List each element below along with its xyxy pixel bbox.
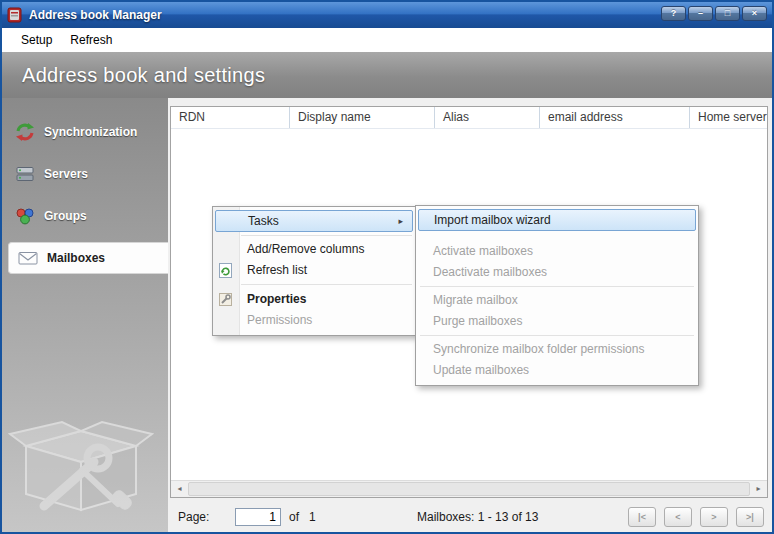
sidebar-item-label: Synchronization (44, 125, 137, 139)
tasks-submenu: Import mailbox wizard Activate mailboxes… (415, 205, 699, 386)
sidebar-item-groups[interactable]: Groups (2, 200, 168, 232)
submenu-item-purge-mailboxes[interactable]: Purge mailboxes (416, 311, 698, 332)
menu-separator (241, 284, 412, 285)
sidebar-item-label: Mailboxes (47, 251, 105, 265)
first-page-button[interactable]: |< (628, 507, 656, 527)
refresh-list-icon (219, 263, 233, 278)
app-window: Address book Manager ? – □ × Setup Refre… (0, 0, 774, 534)
menu-item-label: Purge mailboxes (433, 314, 522, 328)
context-menu-item-properties[interactable]: Properties (213, 288, 415, 310)
menu-setup[interactable]: Setup (12, 30, 61, 50)
total-pages: 1 (309, 504, 316, 530)
menu-item-label: Update mailboxes (433, 363, 529, 377)
submenu-item-activate-mailboxes[interactable]: Activate mailboxes (416, 241, 698, 262)
submenu-item-synchronize-mailbox-folder-permissions[interactable]: Synchronize mailbox folder permissions (416, 339, 698, 360)
submenu-item-migrate-mailbox[interactable]: Migrate mailbox (416, 290, 698, 311)
scroll-left-arrow[interactable]: ◂ (171, 481, 188, 497)
menu-item-label: Properties (247, 292, 306, 306)
next-page-button[interactable]: > (700, 507, 728, 527)
horizontal-scrollbar-thumb[interactable] (188, 482, 750, 496)
menu-item-label: Activate mailboxes (433, 244, 533, 258)
window-controls: ? – □ × (661, 6, 767, 21)
menu-separator (420, 335, 694, 336)
sidebar-item-label: Groups (44, 209, 87, 223)
page-number-input[interactable] (235, 508, 281, 526)
mailbox-count-status: Mailboxes: 1 - 13 of 13 (417, 504, 538, 530)
pager-nav: |< < > >| (628, 507, 764, 527)
column-header-alias[interactable]: Alias (435, 107, 540, 128)
menubar: Setup Refresh (2, 28, 772, 52)
toolbox-watermark (6, 386, 156, 530)
last-page-button[interactable]: >| (736, 507, 764, 527)
menu-item-label: Import mailbox wizard (434, 213, 551, 227)
column-header-email-address[interactable]: email address (540, 107, 690, 128)
context-menu-item-tasks[interactable]: Tasks ▸ (215, 210, 413, 232)
groups-icon (15, 206, 35, 226)
menu-item-label: Permissions (247, 313, 312, 327)
menu-spacer (416, 232, 698, 241)
app-icon (7, 7, 23, 23)
menu-item-label: Add/Remove columns (247, 242, 364, 256)
menu-refresh[interactable]: Refresh (61, 30, 121, 50)
page-title: Address book and settings (22, 64, 265, 87)
context-menu: Tasks ▸ Add/Remove columns Refresh list (212, 206, 416, 336)
scroll-right-arrow[interactable]: ▸ (750, 481, 767, 497)
menu-item-label: Tasks (248, 214, 279, 228)
minimize-button[interactable]: – (688, 6, 713, 21)
sidebar: Synchronization Servers (2, 98, 168, 532)
of-label: of (289, 504, 299, 530)
sidebar-item-synchronization[interactable]: Synchronization (2, 116, 168, 148)
synchronization-icon (15, 122, 35, 142)
menu-separator (241, 235, 412, 236)
menu-item-label: Refresh list (247, 263, 307, 277)
submenu-arrow-icon: ▸ (398, 211, 403, 231)
list-header: RDN Display name Alias email address Hom… (171, 107, 767, 129)
header-banner: Address book and settings (2, 52, 772, 98)
maximize-button[interactable]: □ (715, 6, 740, 21)
context-menu-item-add-remove-columns[interactable]: Add/Remove columns (213, 239, 415, 260)
titlebar: Address book Manager ? – □ × (2, 2, 772, 28)
sidebar-item-label: Servers (44, 167, 88, 181)
close-button[interactable]: × (742, 6, 767, 21)
page-label: Page: (178, 504, 209, 530)
submenu-item-deactivate-mailboxes[interactable]: Deactivate mailboxes (416, 262, 698, 283)
context-menu-item-refresh-list[interactable]: Refresh list (213, 260, 415, 281)
column-header-home-server[interactable]: Home server (690, 107, 767, 128)
context-menu-item-permissions[interactable]: Permissions (213, 310, 415, 331)
pager-footer: Page: of 1 Mailboxes: 1 - 13 of 13 |< < … (168, 504, 772, 530)
mailboxes-icon (18, 248, 38, 268)
servers-icon (15, 164, 35, 184)
column-header-display-name[interactable]: Display name (290, 107, 435, 128)
submenu-item-update-mailboxes[interactable]: Update mailboxes (416, 360, 698, 381)
sidebar-item-servers[interactable]: Servers (2, 158, 168, 190)
menu-item-label: Synchronize mailbox folder permissions (433, 342, 644, 356)
horizontal-scrollbar[interactable]: ◂ ▸ (171, 480, 767, 497)
menu-item-label: Deactivate mailboxes (433, 265, 547, 279)
submenu-item-import-mailbox-wizard[interactable]: Import mailbox wizard (418, 209, 696, 231)
menu-separator (420, 286, 694, 287)
properties-icon (219, 291, 233, 306)
menu-item-label: Migrate mailbox (433, 293, 518, 307)
sidebar-item-mailboxes[interactable]: Mailboxes (8, 242, 168, 274)
column-header-rdn[interactable]: RDN (171, 107, 290, 128)
window-title: Address book Manager (29, 2, 162, 28)
previous-page-button[interactable]: < (664, 507, 692, 527)
help-button[interactable]: ? (661, 6, 686, 21)
